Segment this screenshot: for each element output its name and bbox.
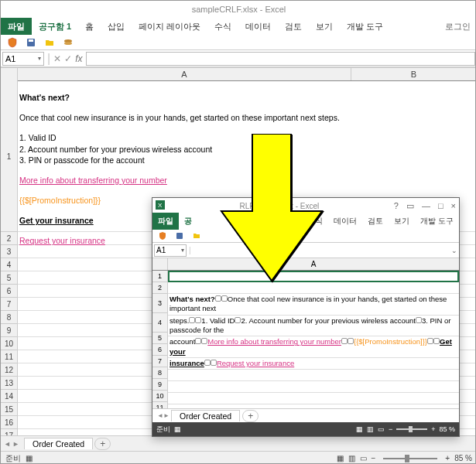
row-header[interactable]: 5 [1,271,18,285]
row-header[interactable]: 9 [1,324,18,337]
sec-row-3[interactable]: What's next?Once that cool new insurance… [168,294,459,316]
sec-tab-tool1[interactable]: 공 [179,213,197,230]
select-all-corner[interactable] [1,68,18,82]
sheet-tab-order-created[interactable]: Order Created [24,438,93,449]
cell-row[interactable] [168,370,459,381]
zoom-in-button[interactable]: + [431,425,435,433]
zoom-slider[interactable] [383,458,437,459]
sec-row-4b[interactable]: insuranceRequest your insurance [168,358,459,370]
sec-sheet-tab[interactable]: Order Created [171,410,240,421]
maximize-button[interactable]: □ [438,201,443,211]
cell-row[interactable] [168,393,459,404]
row-header[interactable]: 6 [1,285,18,298]
sec-tab-data[interactable]: 데이터 [328,213,362,230]
zoom-level[interactable]: 85 % [454,454,472,462]
row-header[interactable]: 12 [1,363,18,377]
row-header[interactable]: 8 [1,311,18,324]
sec-row-4[interactable]: accountMore info about transferring your… [168,336,459,358]
nav-prev-icon[interactable]: ◄ [157,412,163,419]
fx-icon[interactable]: fx [75,53,82,64]
row-header[interactable]: 7 [1,298,18,311]
row-header[interactable]: 3 [1,245,18,258]
ribbon-mode-icon[interactable]: ▭ [406,201,414,211]
col-header-b[interactable]: B [351,68,476,80]
view-break-icon[interactable]: ▭ [360,454,367,462]
folder-icon[interactable] [44,37,55,48]
tab-home[interactable]: 홈 [78,18,101,35]
tab-pagelayout[interactable]: 페이지 레이아웃 [132,18,207,35]
sec-tab-devtools[interactable]: 개발 도구 [415,213,459,230]
sec-cells[interactable]: What's next?Once that cool new insurance… [168,271,459,408]
tab-formulas[interactable]: 수식 [207,18,238,35]
sec-tab-formulas[interactable]: 수식 [302,213,328,230]
row-header[interactable]: 8 [152,367,168,379]
login-link[interactable]: 로그인 [445,21,476,32]
row-header[interactable]: 14 [1,390,18,403]
nav-next-icon[interactable]: ► [12,440,19,448]
sec-tab-review[interactable]: 검토 [362,213,389,230]
view-normal-icon[interactable]: ▦ [356,425,363,433]
tab-review[interactable]: 검토 [278,18,309,35]
dropdown-icon[interactable]: ▾ [181,247,184,254]
stack-icon[interactable] [63,37,74,48]
cell-row[interactable] [168,404,459,408]
row-header[interactable]: 7 [152,356,168,367]
enter-icon[interactable]: ✓ [64,53,72,64]
row-header[interactable]: 11 [1,350,18,363]
tab-file[interactable]: 파일 [1,18,32,35]
sec-select-all[interactable] [152,258,168,270]
cell-row[interactable] [168,381,459,393]
sec-zoom-level[interactable]: 85 % [439,425,455,433]
add-sheet-button[interactable]: + [94,438,111,450]
view-normal-icon[interactable]: ▦ [337,454,344,462]
row-header[interactable]: 10 [152,391,168,402]
formula-bar-input[interactable] [86,52,476,66]
close-button[interactable]: × [451,201,456,211]
tab-view[interactable]: 보기 [309,18,340,35]
sec-zoom-slider[interactable] [396,428,427,430]
row-header[interactable]: 1 [152,271,168,282]
row-header[interactable]: 5 [152,333,168,344]
tab-insert[interactable]: 삽입 [101,18,132,35]
row-header[interactable]: 6 [152,344,168,356]
minimize-button[interactable]: — [422,201,430,211]
dropdown-icon[interactable]: ▾ [38,55,41,62]
folder-icon[interactable] [191,230,202,241]
name-box[interactable]: A1 ▾ [2,52,44,66]
tab-tool1[interactable]: 공구함 1 [32,18,78,35]
tab-data[interactable]: 데이터 [238,18,278,35]
nav-next-icon[interactable]: ► [163,412,170,419]
sec-row-3b[interactable]: steps.1. Valid ID2. Account number for y… [168,316,459,337]
sec-tab-file[interactable]: 파일 [152,213,179,230]
zoom-out-button[interactable]: − [389,425,392,433]
col-header-a[interactable]: A [18,68,351,80]
save-icon[interactable] [26,37,36,48]
view-layout-icon[interactable]: ▥ [367,425,374,433]
shield-icon[interactable] [7,37,18,48]
row-header[interactable]: 3 [152,294,168,313]
row-header[interactable]: 2 [152,282,168,294]
save-icon[interactable] [174,230,185,241]
zoom-in-button[interactable]: + [445,454,450,462]
row-header[interactable]: 16 [1,416,18,429]
view-break-icon[interactable]: ▭ [378,425,385,433]
row-header[interactable]: 15 [1,403,18,416]
sec-cell-a1-selected[interactable] [168,271,459,282]
link-transfer[interactable]: More info about transferring your number [19,176,167,185]
nav-prev-icon[interactable]: ◄ [4,440,11,448]
row-header[interactable]: 2 [1,232,18,245]
zoom-out-button[interactable]: − [372,454,376,462]
row-header[interactable]: 4 [152,313,168,333]
row-header[interactable]: 1 [1,81,18,232]
help-button[interactable]: ? [394,201,399,211]
row-header[interactable]: 13 [1,377,18,390]
sec-tab-view[interactable]: 보기 [389,213,415,230]
row-header[interactable]: 10 [1,337,18,350]
cancel-icon[interactable]: ✕ [53,53,61,64]
tab-devtools[interactable]: 개발 도구 [340,18,390,35]
row-header[interactable]: 4 [1,258,18,271]
view-layout-icon[interactable]: ▥ [348,454,355,462]
sec-col-a[interactable]: A [168,258,459,270]
expand-formula-icon[interactable]: ⌄ [451,247,457,254]
shield-icon[interactable] [157,230,168,241]
